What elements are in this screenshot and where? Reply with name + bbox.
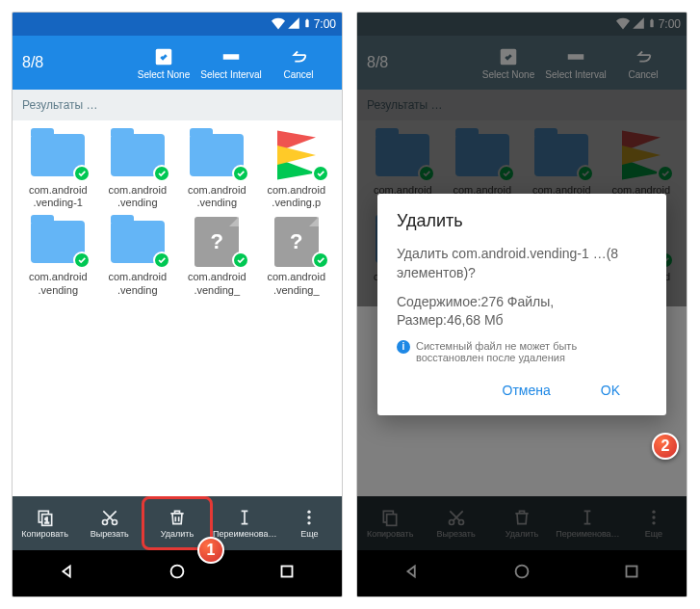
undo-icon: [288, 46, 309, 67]
svg-point-9: [308, 521, 311, 524]
file-item[interactable]: com.android.vending: [98, 128, 178, 211]
scissors-icon: [100, 508, 119, 527]
battery-icon: [302, 16, 312, 33]
trash-icon: [168, 508, 187, 527]
dialog-ok-button[interactable]: OK: [574, 373, 647, 408]
android-navbar: [13, 550, 342, 596]
file-item[interactable]: com.android.vending.p: [257, 128, 337, 211]
cursor-icon: [235, 508, 254, 527]
wifi-icon: [272, 16, 285, 33]
copy-button[interactable]: 1 Копировать: [13, 496, 77, 550]
phone-right: 7:00 8/8 Select None Select Interval Can…: [356, 12, 687, 597]
file-name: com.android.vending_: [179, 271, 254, 296]
check-badge: [312, 165, 329, 182]
cut-button[interactable]: Вырезать: [77, 496, 142, 550]
breadcrumb[interactable]: Результаты …: [13, 90, 342, 120]
status-bar: 7:00: [13, 13, 342, 36]
interval-icon: [220, 46, 242, 67]
file-item[interactable]: com.android.vending-1: [18, 128, 98, 211]
file-name: com.android.vending: [20, 271, 95, 296]
selection-count: 8/8: [22, 54, 43, 71]
dialog-warning: i Системный файл не может быть восстанов…: [397, 340, 647, 363]
delete-dialog: Удалить Удалить com.android.vending-1 …(…: [377, 194, 666, 414]
file-item[interactable]: com.android.vending: [18, 215, 98, 298]
file-name: com.android.vending: [100, 271, 175, 296]
check-badge: [73, 165, 91, 182]
check-badge: [73, 252, 91, 269]
info-icon: i: [397, 340, 410, 354]
checkbox-icon: [153, 46, 174, 67]
svg-rect-11: [282, 567, 293, 577]
home-icon[interactable]: [167, 561, 188, 586]
dialog-overlay: Удалить Удалить com.android.vending-1 …(…: [357, 13, 687, 596]
file-item[interactable]: com.android.vending: [177, 128, 257, 211]
svg-rect-1: [223, 54, 240, 60]
svg-point-10: [171, 566, 184, 578]
back-icon[interactable]: [57, 561, 78, 586]
file-item[interactable]: com.android.vending: [98, 215, 178, 298]
dialog-details: Содержимое:276 Файлы, Размер:46,68 Мб: [397, 293, 647, 331]
check-badge: [232, 165, 249, 182]
check-badge: [153, 252, 170, 269]
select-interval-button[interactable]: Select Interval: [197, 46, 265, 80]
file-name: com.android.vending_: [259, 271, 334, 296]
phone-left: 7:00 8/8 Select None Select Interval Can…: [12, 12, 343, 597]
file-grid: com.android.vending-1com.android.vending…: [13, 120, 342, 306]
status-time: 7:00: [314, 17, 336, 31]
recents-icon[interactable]: [276, 561, 298, 586]
marker-1: 1: [197, 537, 224, 564]
signal-icon: [287, 16, 300, 33]
copy-icon: 1: [36, 508, 55, 527]
check-badge: [312, 252, 329, 269]
dialog-message: Удалить com.android.vending-1 …(8 элемен…: [397, 245, 647, 282]
check-badge: [232, 252, 249, 269]
bottom-toolbar: 1 Копировать Вырезать Удалить Переименов…: [13, 496, 342, 550]
svg-text:1: 1: [44, 516, 49, 525]
file-name: com.android.vending.p: [259, 184, 334, 209]
dialog-cancel-button[interactable]: Отмена: [487, 373, 566, 408]
svg-point-7: [308, 511, 311, 514]
app-bar: 8/8 Select None Select Interval Cancel: [13, 36, 342, 90]
select-none-button[interactable]: Select None: [130, 46, 197, 80]
more-button[interactable]: Еще: [277, 496, 342, 550]
file-item[interactable]: ?com.android.vending_: [257, 215, 337, 298]
check-badge: [153, 165, 170, 182]
cancel-button[interactable]: Cancel: [265, 46, 332, 80]
file-item[interactable]: ?com.android.vending_: [177, 215, 257, 298]
more-icon: [299, 508, 319, 527]
svg-point-8: [308, 516, 311, 518]
file-name: com.android.vending: [179, 184, 254, 209]
dialog-title: Удалить: [397, 211, 647, 231]
file-name: com.android.vending: [100, 184, 175, 209]
marker-2: 2: [652, 433, 679, 460]
file-name: com.android.vending-1: [20, 184, 95, 209]
